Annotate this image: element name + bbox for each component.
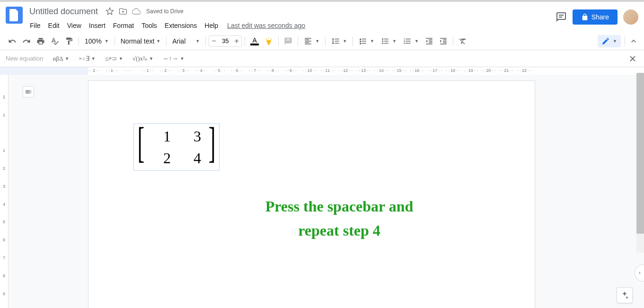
line-spacing-dropdown[interactable]: ▼	[328, 35, 350, 47]
font-size-input[interactable]	[219, 37, 232, 44]
matrix-cell: 2	[163, 150, 171, 167]
redo-button[interactable]	[20, 35, 33, 48]
font-size-increase[interactable]: +	[232, 36, 241, 46]
document-title[interactable]: Untitled document	[26, 6, 101, 18]
menu-view[interactable]: View	[64, 20, 85, 31]
style-dropdown[interactable]: Normal text▼	[118, 35, 164, 47]
close-equation-bar-icon[interactable]	[628, 54, 637, 63]
editing-mode-dropdown[interactable]: ▼	[598, 35, 621, 47]
header: Untitled document Saved to Drive File Ed…	[0, 2, 644, 32]
increase-indent-button[interactable]	[437, 35, 450, 48]
explore-button[interactable]	[617, 287, 633, 303]
print-button[interactable]	[34, 35, 47, 48]
cloud-icon[interactable]	[132, 7, 141, 16]
font-dropdown[interactable]: Arial▼	[169, 35, 203, 47]
clear-formatting-button[interactable]	[456, 35, 469, 48]
docs-logo[interactable]	[6, 7, 23, 24]
outline-toggle-button[interactable]	[23, 86, 34, 97]
decrease-indent-button[interactable]	[423, 35, 436, 48]
matrix-equation[interactable]: [ 1 3 2 4 ]	[133, 123, 220, 171]
saved-status: Saved to Drive	[146, 8, 184, 15]
pencil-icon	[601, 37, 610, 45]
lock-icon	[581, 13, 589, 21]
move-icon[interactable]	[119, 7, 127, 16]
matrix-cell: 1	[163, 128, 171, 145]
user-avatar[interactable]	[623, 9, 638, 25]
toolbar: 100%▼ Normal text▼ Arial▼ − + A ▼ ▼ ▼ ▼ …	[0, 32, 644, 50]
spellcheck-button[interactable]	[48, 35, 62, 48]
menu-extensions[interactable]: Extensions	[161, 20, 200, 31]
menu-file[interactable]: File	[26, 20, 44, 31]
new-equation-label[interactable]: New equation	[6, 55, 44, 62]
bullet-list-dropdown[interactable]: ▼	[378, 35, 399, 47]
highlight-button[interactable]	[262, 35, 275, 48]
svg-point-0	[382, 38, 383, 40]
share-button[interactable]: Share	[573, 9, 618, 25]
zoom-dropdown[interactable]: 100%▼	[82, 35, 112, 47]
document-page: [ 1 3 2 4 ] Press the spacebar and repea…	[88, 80, 535, 308]
svg-point-2	[382, 43, 383, 44]
comment-history-icon[interactable]	[556, 11, 567, 23]
menu-edit[interactable]: Edit	[45, 20, 63, 31]
misc-ops-dropdown[interactable]: ×÷∃▼	[77, 53, 97, 64]
share-label: Share	[591, 13, 609, 21]
star-icon[interactable]	[106, 7, 114, 16]
menu-format[interactable]: Format	[110, 20, 137, 31]
greek-letters-dropdown[interactable]: αβΔ▼	[51, 53, 71, 64]
horizontal-ruler[interactable]: · · 2 · ·· · 1 · ·· · · ·· · 1 · ·· · 2 …	[0, 67, 644, 75]
matrix-cell: 3	[194, 128, 201, 145]
collapse-toolbar-button[interactable]	[629, 36, 638, 46]
paint-format-button[interactable]	[62, 35, 76, 48]
vertical-scrollbar[interactable]	[636, 73, 644, 253]
math-ops-dropdown[interactable]: √()x²ₙ▼	[131, 53, 155, 64]
equation-toolbar: New equation αβΔ▼ ×÷∃▼ ≤≠⊃▼ √()x²ₙ▼ ←↑→▼	[0, 50, 644, 67]
vertical-ruler[interactable]: 2112345678910	[0, 75, 9, 308]
text-color-button[interactable]: A	[248, 37, 261, 45]
arrows-dropdown[interactable]: ←↑→▼	[161, 53, 186, 64]
insert-comment-button[interactable]	[282, 35, 295, 48]
relations-dropdown[interactable]: ≤≠⊃▼	[103, 53, 125, 64]
menu-insert[interactable]: Insert	[86, 20, 109, 31]
undo-button[interactable]	[6, 35, 19, 48]
matrix-cell: 4	[194, 150, 201, 167]
menu-help[interactable]: Help	[201, 20, 221, 31]
menu-tools[interactable]: Tools	[138, 20, 160, 31]
font-size-control: − +	[209, 35, 242, 47]
svg-point-1	[382, 40, 383, 42]
checklist-dropdown[interactable]: ▼	[356, 35, 377, 47]
numbered-list-dropdown[interactable]: ▼	[400, 35, 422, 47]
annotation-text: Press the spacebar and repeat step 4	[221, 194, 458, 243]
font-size-decrease[interactable]: −	[209, 36, 219, 46]
align-dropdown[interactable]: ▼	[301, 35, 322, 47]
last-edit-link[interactable]: Last edit was seconds ago	[227, 22, 305, 29]
